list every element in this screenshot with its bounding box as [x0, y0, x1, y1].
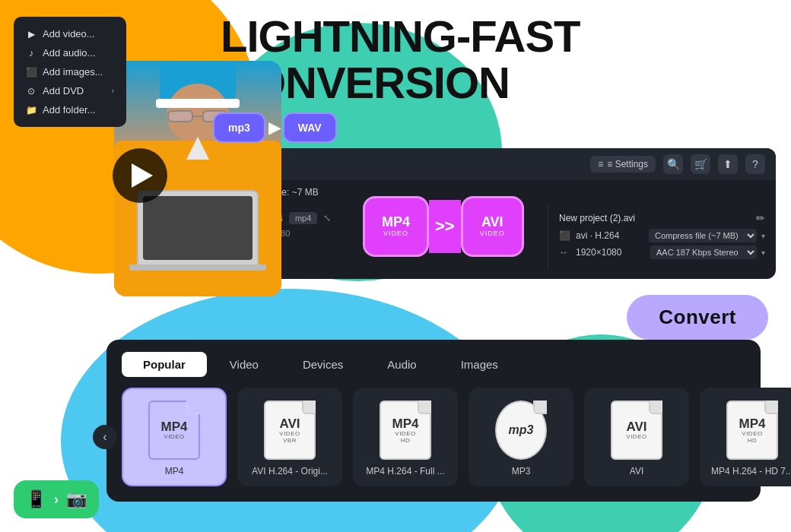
format-cards: ‹ MP4 VIDEO MP4 AVI VIDEO VBR AVI H.264 …: [106, 388, 761, 486]
menu-add-audio[interactable]: ♪ Add audio...: [24, 43, 116, 62]
mp4-label: MP4: [165, 466, 184, 477]
conv-to-format: AVI: [481, 214, 504, 230]
image-icon: ⬛: [26, 67, 37, 78]
resolution-row: ↔ 1920×1080 AAC 187 Kbps Stereo ▾: [559, 245, 765, 259]
share-button[interactable]: ⬆: [718, 154, 738, 174]
mp4-hd-label: MP4 H.264 - Full ...: [366, 466, 444, 477]
format-card-mp4-hd7[interactable]: MP4 VIDEO HD MP4 H.264 - HD 7...: [700, 388, 791, 486]
folder-icon: 📁: [26, 105, 37, 116]
context-menu: ▶ Add video... ♪ Add audio... ⬛ Add imag…: [14, 17, 126, 127]
avi-vbr-label: AVI H.264 - Origi...: [252, 466, 328, 477]
menu-add-folder[interactable]: 📁 Add folder...: [24, 100, 116, 119]
resize-icon: ⤡: [323, 213, 331, 223]
conv-from-sub: VIDEO: [382, 230, 410, 238]
conv-from-pill: MP4 VIDEO: [363, 196, 429, 257]
output-filename: New project (2).avi ✏: [559, 212, 765, 224]
headline-line1: LIGHTNING-FAST: [221, 14, 580, 60]
iphone-icon: 📱: [26, 489, 46, 509]
instagram-icon: 📷: [66, 489, 87, 509]
settings-button[interactable]: ≡ ≡ Settings: [590, 156, 656, 173]
format-from-pill: mp3: [213, 112, 265, 143]
conv-arrow: >>: [429, 200, 461, 253]
device-arrow: ›: [54, 492, 59, 508]
tab-devices[interactable]: Devices: [281, 352, 364, 377]
avi-icon: AVI VIDEO: [606, 397, 667, 463]
mp4-hd7-label: MP4 H.264 - HD 7...: [711, 466, 791, 477]
avi-vbr-icon: AVI VIDEO VBR: [259, 397, 320, 463]
avi-label: AVI: [630, 466, 643, 477]
codec-row: ⬛ avi · H.264 Compress file (~7 MB) ▾: [559, 229, 765, 242]
cart-button[interactable]: 🛒: [691, 154, 710, 174]
menu-add-images[interactable]: ⬛ Add images...: [24, 62, 116, 81]
codec-val: avi · H.264: [576, 230, 644, 241]
compress-dropdown[interactable]: Compress file (~7 MB): [649, 229, 757, 242]
dropdown-arrow: ▾: [761, 232, 765, 240]
menu-add-dvd[interactable]: ⊙ Add DVD ›: [24, 81, 116, 100]
audio-icon: ♪: [26, 48, 37, 59]
format-to-label: WAV: [298, 122, 322, 134]
conv-to-pill: AVI VIDEO: [461, 196, 524, 257]
video-icon: ▶: [26, 29, 37, 40]
dvd-icon: ⊙: [26, 86, 37, 97]
edit-icon[interactable]: ✏: [756, 212, 765, 224]
format-card-avi[interactable]: AVI VIDEO AVI: [584, 388, 689, 486]
format-card-mp4-hd[interactable]: MP4 VIDEO HD MP4 H.264 - Full ...: [353, 388, 458, 486]
format-card-mp4[interactable]: MP4 VIDEO MP4: [122, 388, 227, 486]
audio-dropdown-arrow: ▾: [761, 249, 765, 257]
sw-right-panel: New project (2).avi ✏ ⬛ avi · H.264 Comp…: [548, 204, 776, 270]
tab-video[interactable]: Video: [208, 352, 280, 377]
tab-audio[interactable]: Audio: [366, 352, 437, 377]
settings-icon: ≡: [598, 159, 603, 169]
device-convert-badge: 📱 › 📷: [14, 480, 99, 518]
tab-popular[interactable]: Popular: [122, 352, 207, 377]
mp4-hd-icon: MP4 VIDEO HD: [375, 397, 436, 463]
sw-header: ≡ ≡ Settings 🔍 🛒 ⬆ ?: [221, 148, 776, 180]
submenu-arrow: ›: [112, 87, 114, 95]
tab-images[interactable]: Images: [440, 352, 519, 377]
format-from-label: mp3: [228, 122, 250, 134]
help-button[interactable]: ?: [745, 154, 765, 174]
resolution-icon: ↔: [559, 247, 571, 258]
format-card-avi-vbr[interactable]: AVI VIDEO VBR AVI H.264 - Origi...: [237, 388, 342, 486]
format-card-mp3[interactable]: mp3 MP3: [469, 388, 573, 486]
mp3-icon: mp3: [491, 397, 551, 463]
mp4-icon: MP4 VIDEO: [144, 397, 205, 463]
play-icon: [132, 163, 153, 188]
format-badge: mp3 ▶ WAV: [213, 112, 337, 143]
menu-add-video[interactable]: ▶ Add video...: [24, 24, 116, 43]
prev-arrow[interactable]: ‹: [93, 425, 117, 449]
format-panel: Popular Video Devices Audio Images ‹ MP4…: [106, 340, 761, 502]
format-to-pill: WAV: [283, 112, 337, 143]
search-button[interactable]: 🔍: [663, 154, 683, 174]
mp4-hd7-icon: MP4 VIDEO HD: [722, 397, 783, 463]
conv-from-format: MP4: [382, 214, 410, 230]
format-badge-arrow: ▶: [268, 119, 280, 137]
audio-dropdown[interactable]: AAC 187 Kbps Stereo: [650, 245, 757, 259]
resolution-val: 1920×1080: [576, 247, 646, 258]
conv-to-sub: VIDEO: [480, 230, 505, 238]
convert-button[interactable]: Convert: [627, 295, 768, 340]
format-tabs: Popular Video Devices Audio Images: [106, 352, 761, 388]
conversion-badge: MP4 VIDEO >> AVI VIDEO: [363, 196, 524, 257]
codec-icon: ⬛: [559, 230, 571, 241]
play-button[interactable]: [113, 148, 167, 203]
format-tag: mp4: [289, 212, 317, 224]
mp3-label: MP3: [512, 466, 531, 477]
